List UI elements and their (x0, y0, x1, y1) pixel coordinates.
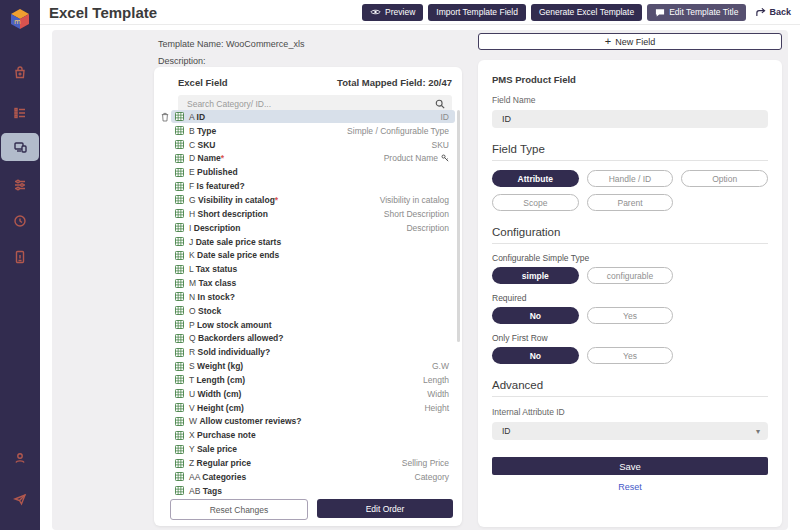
field-label: V Height (cm) (189, 403, 244, 413)
excel-field-row[interactable]: M Tax class (159, 276, 455, 290)
excel-field-row[interactable]: E Published (159, 165, 455, 179)
app-logo-icon[interactable]: m (8, 7, 32, 31)
excel-field-row[interactable]: U Width (cm) Width (159, 387, 455, 401)
mapped-field-label: Length (423, 375, 449, 385)
config-option[interactable]: Yes (587, 347, 674, 364)
excel-field-row[interactable]: V Height (cm) Height (159, 401, 455, 415)
field-label: F Is featured? (189, 181, 245, 191)
excel-field-row[interactable]: F Is featured? (159, 179, 455, 193)
excel-field-row[interactable]: T Length (cm) Length (159, 373, 455, 387)
excel-field-row[interactable]: C SKU SKU (159, 138, 455, 152)
excel-field-row[interactable]: Y Sale price (159, 442, 455, 456)
sidebar-item-settings[interactable] (0, 172, 40, 198)
edit-template-title-button[interactable]: Edit Template Title (647, 4, 746, 21)
excel-field-row[interactable]: G Visibility in catalog* Visibility in c… (159, 193, 455, 207)
excel-field-row[interactable]: N In stock? (159, 290, 455, 304)
field-type-option[interactable]: Attribute (492, 170, 579, 187)
excel-sheet-icon (175, 292, 184, 301)
config-option[interactable]: configurable (587, 267, 674, 284)
excel-field-row[interactable]: R Sold individually? (159, 345, 455, 359)
field-label: M Tax class (189, 278, 236, 288)
config-option[interactable]: No (492, 307, 579, 324)
excel-field-row[interactable]: S Weight (kg) G.W (159, 359, 455, 373)
excel-field-row[interactable]: A ID ID (159, 110, 455, 124)
config-group-options: NoYes (492, 347, 768, 364)
excel-sheet-icon (175, 417, 184, 426)
reset-changes-button[interactable]: Reset Changes (170, 499, 308, 520)
svg-text:m: m (14, 18, 21, 26)
devices-icon (13, 140, 28, 154)
excel-sheet-icon (175, 154, 184, 163)
excel-sheet-icon (175, 389, 184, 398)
template-name-label: Template Name: WooCommerce_xls (158, 39, 304, 49)
shopping-bag-icon (13, 66, 27, 80)
list-scrollbar[interactable] (457, 110, 460, 342)
excel-card-footer: Reset Changes Edit Order (170, 499, 453, 520)
excel-field-row[interactable]: X Purchase note (159, 428, 455, 442)
sidebar-item-account[interactable] (0, 445, 40, 471)
excel-field-row[interactable]: Q Backorders allowed? (159, 332, 455, 346)
sidebar-item-catalog[interactable] (0, 100, 40, 126)
sidebar-item-history[interactable] (0, 208, 40, 234)
generate-excel-template-button[interactable]: Generate Excel Template (531, 4, 642, 21)
preview-button[interactable]: Preview (362, 4, 423, 21)
mapped-field-label: Short Description (384, 209, 449, 219)
sidebar-item-share[interactable] (0, 486, 40, 512)
config-option[interactable]: No (492, 347, 579, 364)
header: Excel Template Preview Import Template F… (40, 0, 800, 25)
excel-field-row[interactable]: AB Tags (159, 484, 455, 498)
field-type-option[interactable]: Scope (492, 194, 579, 211)
excel-field-row[interactable]: W Allow customer reviews? (159, 415, 455, 429)
configuration-groups: Configurable Simple Typesimpleconfigurab… (492, 253, 768, 364)
sidebar-item-excel-template[interactable] (1, 133, 39, 161)
excel-field-row[interactable]: AA Categories Category (159, 470, 455, 484)
trash-icon[interactable] (161, 112, 169, 122)
internal-attribute-select[interactable]: ID ▾ (492, 422, 768, 440)
excel-field-row[interactable]: K Date sale price ends (159, 248, 455, 262)
search-input[interactable] (185, 98, 435, 110)
excel-sheet-icon (175, 375, 184, 384)
field-name-input[interactable] (492, 110, 768, 128)
config-option[interactable]: simple (492, 267, 579, 284)
field-label: R Sold individually? (189, 347, 270, 357)
template-panel: Template Name: WooCommerce_xls Descripti… (52, 30, 788, 530)
excel-field-row[interactable]: J Date sale price starts (159, 235, 455, 249)
field-label: B Type (189, 126, 216, 136)
excel-sheet-icon (175, 237, 184, 246)
import-template-field-button[interactable]: Import Template Field (428, 4, 526, 21)
excel-sheet-icon (175, 403, 184, 412)
excel-field-row[interactable]: H Short description Short Description (159, 207, 455, 221)
sidebar-item-reports[interactable] (0, 244, 40, 270)
field-label: H Short description (189, 209, 268, 219)
new-field-button[interactable]: + New Field (478, 33, 782, 50)
excel-field-row[interactable]: I Description Description (159, 221, 455, 235)
field-label: K Date sale price ends (189, 250, 279, 260)
mapped-field-label: Description (406, 223, 449, 233)
edit-order-button[interactable]: Edit Order (317, 499, 453, 518)
field-type-option[interactable]: Option (681, 170, 768, 187)
config-group-label: Configurable Simple Type (492, 253, 768, 263)
excel-field-row[interactable]: Z Regular price Selling Price (159, 456, 455, 470)
excel-sheet-icon (175, 251, 184, 260)
back-button[interactable]: Back (751, 7, 795, 17)
excel-sheet-icon (175, 334, 184, 343)
excel-sheet-icon (175, 140, 184, 149)
header-actions: Preview Import Template Field Generate E… (362, 4, 800, 21)
field-type-option[interactable]: Handle / ID (587, 170, 674, 187)
sidebar-item-orders[interactable] (0, 60, 40, 86)
save-button[interactable]: Save (492, 457, 768, 475)
reset-link[interactable]: Reset (492, 482, 768, 492)
excel-field-row[interactable]: P Low stock amount (159, 318, 455, 332)
excel-field-row[interactable]: L Tax status (159, 262, 455, 276)
excel-field-row[interactable]: D Name* Product Name (159, 152, 455, 166)
field-type-option[interactable]: Parent (587, 194, 674, 211)
search-icon[interactable] (435, 99, 445, 109)
excel-field-row[interactable]: B Type Simple / Configurable Type (159, 124, 455, 138)
mapped-field-label: Product Name (384, 153, 449, 163)
excel-field-card: Excel Field Total Mapped Field: 20/47 A … (154, 67, 462, 526)
config-group-options: simpleconfigurable (492, 267, 768, 284)
config-group-label: Required (492, 293, 768, 303)
excel-field-row[interactable]: O Stock (159, 304, 455, 318)
config-option[interactable]: Yes (587, 307, 674, 324)
field-label: X Purchase note (189, 430, 256, 440)
